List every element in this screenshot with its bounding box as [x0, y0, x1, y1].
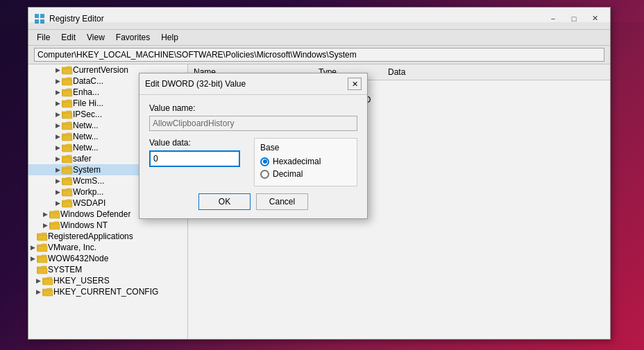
tree-item-label: RegisteredApplications — [48, 231, 133, 241]
expand-arrow: ▶ — [53, 110, 62, 119]
folder-icon — [62, 77, 73, 86]
folder-icon — [42, 277, 53, 286]
tree-item-hkeycc[interactable]: ▶ HKEY_CURRENT_CONFIG — [28, 286, 187, 297]
folder-icon — [62, 177, 73, 186]
tree-item-label: Workp... — [73, 187, 103, 197]
title-bar: Registry Editor − □ ✕ — [28, 8, 610, 30]
tree-item-label: Netw... — [73, 121, 99, 130]
folder-icon — [49, 210, 60, 219]
folder-icon — [37, 232, 48, 241]
tree-item-label: safer — [73, 154, 92, 164]
folder-icon — [49, 221, 60, 230]
tree-item-label: Enha... — [73, 87, 99, 97]
tree-item-label: Windows NT — [60, 220, 108, 230]
tree-item-sysroot[interactable]: ▶ SYSTEM — [28, 264, 187, 275]
folder-icon — [62, 121, 73, 130]
radio-dec-indicator — [260, 170, 269, 179]
folder-icon — [62, 143, 73, 152]
expand-arrow: ▶ — [53, 65, 62, 75]
close-button[interactable]: ✕ — [585, 12, 604, 26]
svg-rect-1 — [40, 14, 44, 18]
col-header-data: Data — [388, 66, 604, 78]
svg-rect-2 — [35, 19, 39, 24]
two-col-layout: Value data: Base Hexadecimal Decimal — [149, 138, 357, 186]
expand-arrow: ▶ — [53, 76, 62, 86]
tree-item-wow6432[interactable]: ▶ WOW6432Node — [28, 253, 187, 264]
radio-decimal[interactable]: Decimal — [260, 169, 351, 179]
window-title: Registry Editor — [49, 14, 104, 24]
tree-item-label: DataC... — [73, 76, 103, 86]
address-input[interactable] — [34, 48, 604, 62]
menu-edit[interactable]: Edit — [56, 31, 81, 44]
folder-icon — [62, 166, 73, 175]
tree-item-regapps[interactable]: ▶ RegisteredApplications — [28, 231, 187, 242]
menu-help[interactable]: Help — [155, 31, 184, 44]
expand-arrow: ▶ — [28, 254, 37, 263]
folder-icon — [62, 110, 73, 119]
expand-arrow: ▶ — [53, 121, 62, 130]
tree-item-vmware[interactable]: ▶ VMware, Inc. — [28, 242, 187, 253]
tree-item-label: File Hi... — [73, 98, 103, 108]
value-name-label: Value name: — [149, 103, 357, 113]
expand-arrow: ▶ — [53, 154, 62, 164]
folder-icon — [62, 155, 73, 164]
minimize-button[interactable]: − — [543, 12, 563, 26]
expand-arrow: ▶ — [34, 287, 42, 297]
value-data-label: Value data: — [149, 138, 240, 148]
app-icon — [34, 13, 45, 24]
edit-dword-dialog: Edit DWORD (32-bit) Value ✕ Value name: … — [139, 73, 368, 219]
base-column: Base Hexadecimal Decimal — [254, 138, 357, 186]
folder-icon — [62, 132, 73, 141]
expand-arrow: ▶ — [53, 176, 62, 186]
expand-arrow: ▶ — [53, 87, 62, 97]
tree-item-label: SYSTEM — [48, 265, 82, 274]
tree-item-label: System — [73, 165, 101, 175]
menu-bar: File Edit View Favorites Help — [28, 30, 610, 46]
radio-hex-indicator — [260, 157, 269, 166]
dialog-close-button[interactable]: ✕ — [348, 78, 362, 90]
dialog-title-bar: Edit DWORD (32-bit) Value ✕ — [139, 73, 367, 95]
dialog-title: Edit DWORD (32-bit) Value — [145, 79, 246, 89]
folder-icon — [62, 99, 73, 108]
tree-item-label: WOW6432Node — [48, 254, 108, 263]
cancel-button[interactable]: Cancel — [256, 193, 308, 210]
tree-item-hkeyusers[interactable]: ▶ HKEY_USERS — [28, 275, 187, 286]
folder-icon — [62, 66, 73, 75]
folder-icon — [62, 88, 73, 97]
tree-item-label: IPSec... — [73, 110, 102, 119]
radio-hexadecimal[interactable]: Hexadecimal — [260, 157, 351, 166]
folder-icon — [37, 254, 48, 263]
tree-item-label: Netw... — [73, 143, 99, 152]
tree-item-label: WcmS... — [73, 176, 104, 186]
tree-item-label: VMware, Inc. — [48, 243, 96, 252]
menu-file[interactable]: File — [31, 31, 56, 44]
folder-icon — [42, 288, 53, 297]
menu-favorites[interactable]: Favorites — [110, 31, 155, 44]
address-bar — [28, 46, 610, 64]
value-data-input[interactable] — [149, 150, 240, 167]
tree-item-label: Windows Defender — [60, 209, 130, 219]
expand-arrow: ▶ — [53, 198, 62, 208]
radio-hex-label: Hexadecimal — [273, 157, 321, 166]
expand-arrow: ▶ — [53, 187, 62, 197]
expand-arrow: ▶ — [41, 209, 49, 219]
value-name-input[interactable] — [149, 116, 357, 131]
expand-arrow: ▶ — [28, 243, 37, 252]
dialog-body: Value name: Value data: Base Hexadecimal… — [139, 95, 367, 218]
folder-icon — [37, 265, 48, 274]
radio-dec-label: Decimal — [273, 169, 303, 179]
expand-arrow: ▶ — [53, 132, 62, 141]
tree-item-label: HKEY_USERS — [53, 276, 110, 286]
tree-item-winnt[interactable]: ▶ Windows NT — [28, 220, 187, 231]
svg-rect-0 — [35, 14, 39, 18]
menu-view[interactable]: View — [81, 31, 110, 44]
base-label: Base — [260, 143, 351, 152]
expand-arrow: ▶ — [34, 276, 42, 286]
maximize-button[interactable]: □ — [564, 12, 584, 26]
tree-item-label: Netw... — [73, 132, 99, 141]
dialog-buttons: OK Cancel — [149, 193, 357, 210]
folder-icon — [62, 199, 73, 208]
folder-icon — [62, 188, 73, 197]
ok-button[interactable]: OK — [198, 193, 251, 210]
expand-arrow: ▶ — [53, 165, 62, 175]
